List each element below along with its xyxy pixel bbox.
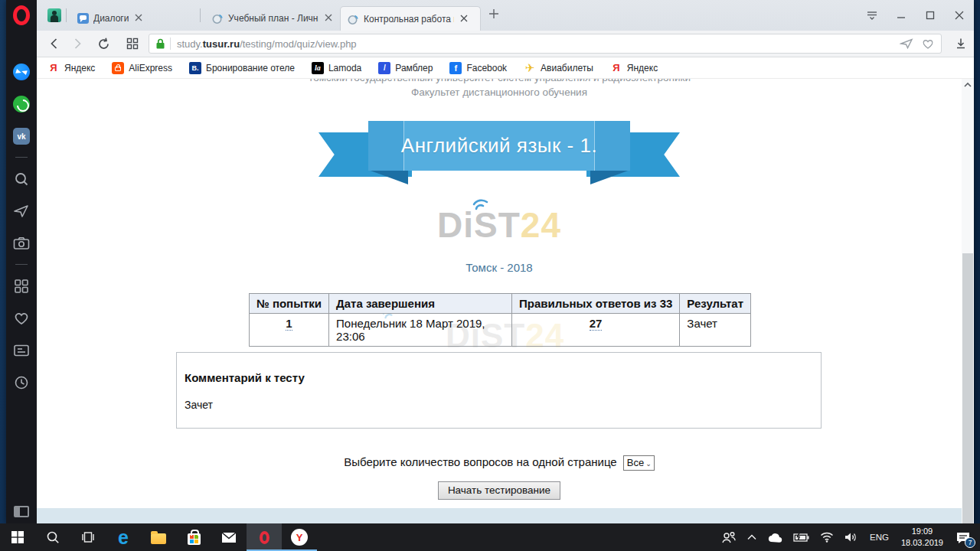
- attempt-link[interactable]: 1: [286, 317, 292, 331]
- taskbar-yandex-browser-icon[interactable]: Y: [282, 523, 317, 551]
- downloads-icon[interactable]: [948, 37, 974, 50]
- faculty-name: Факультет дистанционного обучения: [37, 86, 962, 98]
- facebook-icon: f: [449, 62, 462, 74]
- microsoft-store-icon[interactable]: [176, 523, 211, 551]
- back-button[interactable]: [43, 33, 66, 54]
- taskbar-opera-icon[interactable]: [247, 523, 282, 551]
- vertical-scrollbar[interactable]: [962, 79, 974, 523]
- edge-icon[interactable]: e: [106, 523, 141, 551]
- tab-strip: Диалоги Учебный план - Личный Контрольна…: [37, 0, 974, 31]
- table-row: 1 Понедельник 18 Март 2019, 23:06 27 Зач…: [250, 314, 751, 347]
- bookmarks-bar: ЯЯндекс AliExpress B.Бронирование отеле …: [37, 57, 974, 79]
- bookmark-heart-icon[interactable]: [921, 37, 935, 50]
- reload-button[interactable]: [92, 33, 115, 54]
- history-clock-icon[interactable]: [6, 367, 37, 399]
- comment-title: Комментарий к тесту: [185, 371, 813, 384]
- share-flow-icon[interactable]: [900, 37, 913, 50]
- pinned-tab[interactable]: [47, 8, 61, 22]
- bookmark-yandex-2[interactable]: ЯЯндекс: [610, 62, 658, 73]
- plane-icon: ✈: [524, 61, 536, 75]
- tab-test-active[interactable]: Контрольная работа по д: [340, 6, 481, 31]
- scrollbar-thumb[interactable]: [962, 253, 973, 523]
- col-date: Дата завершения: [329, 294, 512, 314]
- snapshot-camera-icon[interactable]: [6, 227, 37, 259]
- wifi-icon[interactable]: [815, 523, 839, 551]
- bookmarks-heart-icon[interactable]: [6, 302, 37, 334]
- tab-label: Контрольная работа по д: [364, 14, 454, 24]
- rambler-icon: /: [378, 62, 390, 74]
- tab-label: Диалоги: [93, 13, 129, 24]
- opera-sidebar: vk: [6, 0, 37, 523]
- start-test-button[interactable]: Начать тестирование: [438, 481, 560, 500]
- minimize-button[interactable]: [887, 0, 916, 31]
- tab-separator: [200, 8, 201, 22]
- course-ribbon: Английский язык - 1.: [318, 120, 680, 187]
- bookmark-yandex[interactable]: ЯЯндекс: [47, 62, 95, 73]
- scroll-up-icon[interactable]: [964, 82, 972, 88]
- correct-answers-link[interactable]: 27: [590, 317, 603, 331]
- booking-icon: B.: [189, 62, 201, 74]
- speed-dial-icon[interactable]: [6, 270, 37, 302]
- browser-window: vk: [6, 0, 974, 523]
- questions-per-page-select[interactable]: Все⌄: [623, 455, 655, 471]
- sidebar-panel-toggle-icon[interactable]: [14, 506, 29, 517]
- aliexpress-icon: [112, 62, 124, 74]
- messenger-icon[interactable]: [6, 56, 37, 88]
- page-content: Томский государственный университет сист…: [37, 79, 962, 523]
- col-correct: Правильных ответов из 33: [511, 294, 679, 314]
- people-icon[interactable]: [716, 523, 742, 551]
- site-footer-strip: [37, 508, 962, 523]
- volume-icon[interactable]: [839, 523, 864, 551]
- lamoda-icon: la: [312, 62, 324, 74]
- taskbar-search-icon[interactable]: [35, 523, 70, 551]
- bookmark-rambler[interactable]: /Рамблер: [378, 62, 433, 74]
- course-title: Английский язык - 1.: [401, 134, 597, 158]
- tab-dialogs[interactable]: Диалоги: [71, 6, 195, 31]
- language-indicator[interactable]: ENG: [864, 533, 895, 542]
- date: 18.03.2019: [901, 537, 943, 549]
- my-flow-icon[interactable]: [6, 195, 37, 227]
- sidebar-divider: [15, 157, 28, 158]
- tab-label: Учебный план - Личный: [228, 13, 318, 24]
- whatsapp-icon[interactable]: [6, 88, 37, 120]
- vk-icon[interactable]: vk: [6, 120, 37, 152]
- university-name: Томский государственный университет сист…: [37, 79, 962, 83]
- city-year: Томск - 2018: [37, 261, 962, 274]
- new-tab-button[interactable]: [488, 8, 499, 22]
- bookmark-facebook[interactable]: fFacebook: [449, 62, 507, 74]
- action-center-icon[interactable]: 7: [949, 523, 980, 551]
- personal-news-icon[interactable]: [6, 334, 37, 367]
- attempt-result: Зачет: [680, 314, 751, 347]
- file-explorer-icon[interactable]: [141, 523, 176, 551]
- tab-study-plan[interactable]: Учебный план - Личный: [205, 6, 340, 31]
- table-header-row: № попытки Дата завершения Правильных отв…: [250, 294, 751, 314]
- forward-button[interactable]: [66, 33, 89, 54]
- comment-body: Зачет: [185, 399, 813, 411]
- task-view-icon[interactable]: [70, 523, 106, 551]
- secure-lock-icon[interactable]: [155, 38, 165, 50]
- close-tab-icon[interactable]: [460, 14, 468, 24]
- bookmark-avia[interactable]: ✈Авиабилеты: [524, 61, 593, 75]
- close-tab-icon[interactable]: [135, 13, 142, 24]
- close-window-button[interactable]: [945, 0, 974, 31]
- start-button[interactable]: [0, 523, 35, 551]
- address-bar[interactable]: study.tusur.ru/testing/mod/quiz/view.php: [149, 34, 942, 54]
- speed-dial-grid-icon[interactable]: [121, 33, 144, 54]
- url-text[interactable]: study.tusur.ru/testing/mod/quiz/view.php: [177, 38, 357, 50]
- bookmark-booking[interactable]: B.Бронирование отеле: [189, 62, 295, 74]
- tray-chevron-icon[interactable]: [742, 523, 762, 551]
- maximize-button[interactable]: [916, 0, 945, 31]
- battery-icon[interactable]: [788, 523, 815, 551]
- tab-menu-icon[interactable]: [858, 0, 887, 31]
- search-tabs-icon[interactable]: [6, 163, 37, 195]
- bookmark-aliexpress[interactable]: AliExpress: [112, 62, 172, 74]
- clock-date[interactable]: 19:09 18.03.2019: [895, 526, 949, 549]
- opera-logo-icon[interactable]: [13, 5, 30, 25]
- time: 19:09: [901, 526, 943, 537]
- mail-icon[interactable]: [211, 523, 247, 551]
- onedrive-icon[interactable]: [762, 523, 788, 551]
- close-tab-icon[interactable]: [325, 13, 332, 24]
- dist24-favicon: [211, 12, 224, 24]
- address-toolbar: study.tusur.ru/testing/mod/quiz/view.php: [37, 31, 974, 57]
- bookmark-lamoda[interactable]: laLamoda: [312, 62, 361, 74]
